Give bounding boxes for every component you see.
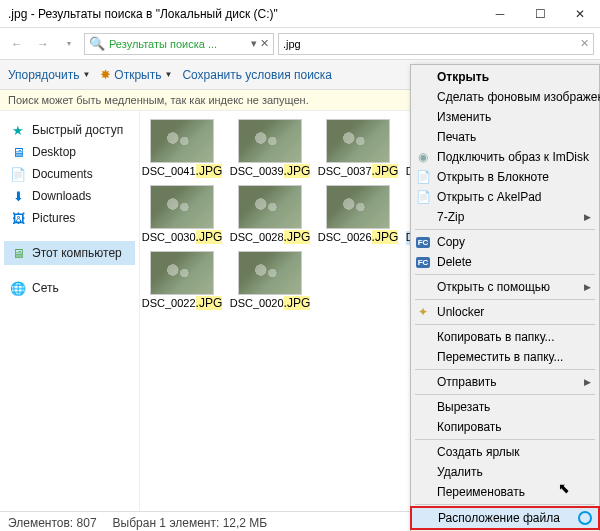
ctx-copy[interactable]: Копировать — [411, 417, 599, 437]
clear-search-icon[interactable]: ✕ — [580, 37, 589, 50]
maximize-button[interactable]: ☐ — [520, 0, 560, 28]
sidebar-item-network[interactable]: 🌐Сеть — [4, 277, 135, 299]
save-search-button[interactable]: Сохранить условия поиска — [182, 68, 332, 82]
sidebar-item-downloads[interactable]: ⬇Downloads — [4, 185, 135, 207]
open-button[interactable]: ✸Открыть▼ — [100, 67, 172, 82]
ctx-open-with[interactable]: Открыть с помощью▶ — [411, 277, 599, 297]
ctx-send-to[interactable]: Отправить▶ — [411, 372, 599, 392]
file-thumbnail[interactable]: DSC_0039.JPG — [234, 119, 306, 179]
ctx-print[interactable]: Печать — [411, 127, 599, 147]
ctx-open-notepad[interactable]: 📄Открыть в Блокноте — [411, 167, 599, 187]
fastcopy-icon: FC — [416, 237, 431, 248]
sidebar-item-this-pc[interactable]: 🖥Этот компьютер — [4, 241, 135, 265]
file-name: DSC_0041.JPG — [142, 165, 223, 179]
thumbnail-image — [238, 185, 302, 229]
file-name: DSC_0039.JPG — [230, 165, 311, 179]
nav-bar: ← → ▾ 🔍 Результаты поиска ... ▾ ✕ ✕ — [0, 28, 600, 60]
notepad-icon: 📄 — [415, 169, 431, 185]
thumbnail-image — [150, 119, 214, 163]
thumbnail-image — [150, 251, 214, 295]
sidebar-item-pictures[interactable]: 🖼Pictures — [4, 207, 135, 229]
ctx-open-file-location[interactable]: Расположение файла — [411, 507, 599, 529]
thumbnail-image — [238, 119, 302, 163]
star-icon: ★ — [10, 122, 26, 138]
akelpad-icon: 📄 — [415, 189, 431, 205]
thumbnail-image — [326, 185, 390, 229]
ctx-imdisk[interactable]: ◉Подключить образ к ImDisk — [411, 147, 599, 167]
unlocker-icon: ✦ — [415, 304, 431, 320]
search-icon: 🔍 — [89, 36, 105, 51]
sidebar-item-quick-access[interactable]: ★Быстрый доступ — [4, 119, 135, 141]
ctx-cut[interactable]: Вырезать — [411, 397, 599, 417]
cortana-icon — [578, 511, 592, 525]
file-thumbnail[interactable]: DSC_0037.JPG — [322, 119, 394, 179]
ctx-set-wallpaper[interactable]: Сделать фоновым изображением р — [411, 87, 599, 107]
ctx-open[interactable]: Открыть — [411, 67, 599, 87]
breadcrumb-text: Результаты поиска ... — [109, 38, 217, 50]
file-name: DSC_0030.JPG — [142, 231, 223, 245]
desktop-icon: 🖥 — [10, 144, 26, 160]
open-icon: ✸ — [100, 67, 111, 82]
thumbnail-image — [326, 119, 390, 163]
window-title: .jpg - Результаты поиска в "Локальный ди… — [8, 7, 480, 21]
file-name: DSC_0022.JPG — [142, 297, 223, 311]
clear-address-icon[interactable]: ▾ ✕ — [251, 37, 269, 50]
context-menu: Открыть Сделать фоновым изображением р И… — [410, 64, 600, 531]
file-thumbnail[interactable]: DSC_0026.JPG — [322, 185, 394, 245]
network-icon: 🌐 — [10, 280, 26, 296]
file-thumbnail[interactable]: DSC_0020.JPG — [234, 251, 306, 311]
pictures-icon: 🖼 — [10, 210, 26, 226]
ctx-edit[interactable]: Изменить — [411, 107, 599, 127]
sidebar-item-documents[interactable]: 📄Documents — [4, 163, 135, 185]
file-thumbnail[interactable]: DSC_0022.JPG — [146, 251, 218, 311]
back-button[interactable]: ← — [6, 33, 28, 55]
minimize-button[interactable]: ─ — [480, 0, 520, 28]
file-name: DSC_0026.JPG — [318, 231, 399, 245]
title-bar: .jpg - Результаты поиска в "Локальный ди… — [0, 0, 600, 28]
ctx-move-to-folder[interactable]: Переместить в папку... — [411, 347, 599, 367]
disc-icon: ◉ — [415, 149, 431, 165]
recent-dropdown[interactable]: ▾ — [58, 33, 80, 55]
pc-icon: 🖥 — [10, 245, 26, 261]
thumbnail-image — [238, 251, 302, 295]
ctx-open-akelpad[interactable]: 📄Открыть с AkelPad — [411, 187, 599, 207]
ctx-copy-to-folder[interactable]: Копировать в папку... — [411, 327, 599, 347]
close-button[interactable]: ✕ — [560, 0, 600, 28]
ctx-rename[interactable]: Переименовать — [411, 482, 599, 502]
address-bar[interactable]: 🔍 Результаты поиска ... ▾ ✕ — [84, 33, 274, 55]
forward-button[interactable]: → — [32, 33, 54, 55]
file-name: DSC_0037.JPG — [318, 165, 399, 179]
file-thumbnail[interactable]: DSC_0030.JPG — [146, 185, 218, 245]
ctx-delete[interactable]: Удалить — [411, 462, 599, 482]
file-thumbnail[interactable]: DSC_0041.JPG — [146, 119, 218, 179]
ctx-7zip[interactable]: 7-Zip▶ — [411, 207, 599, 227]
downloads-icon: ⬇ — [10, 188, 26, 204]
documents-icon: 📄 — [10, 166, 26, 182]
sidebar-item-desktop[interactable]: 🖥Desktop — [4, 141, 135, 163]
file-name: DSC_0028.JPG — [230, 231, 311, 245]
thumbnail-image — [150, 185, 214, 229]
navigation-pane: ★Быстрый доступ 🖥Desktop 📄Documents ⬇Dow… — [0, 111, 140, 511]
organize-button[interactable]: Упорядочить▼ — [8, 68, 90, 82]
fastcopy-icon: FC — [416, 257, 431, 268]
ctx-create-shortcut[interactable]: Создать ярлык — [411, 442, 599, 462]
ctx-unlocker[interactable]: ✦Unlocker — [411, 302, 599, 322]
search-input[interactable] — [283, 38, 580, 50]
selection-info: Выбран 1 элемент: 12,2 МБ — [113, 516, 268, 530]
ctx-fc-copy[interactable]: FCCopy — [411, 232, 599, 252]
item-count: Элементов: 807 — [8, 516, 97, 530]
search-box[interactable]: ✕ — [278, 33, 594, 55]
file-name: DSC_0020.JPG — [230, 297, 311, 311]
ctx-fc-delete[interactable]: FCDelete — [411, 252, 599, 272]
file-thumbnail[interactable]: DSC_0028.JPG — [234, 185, 306, 245]
